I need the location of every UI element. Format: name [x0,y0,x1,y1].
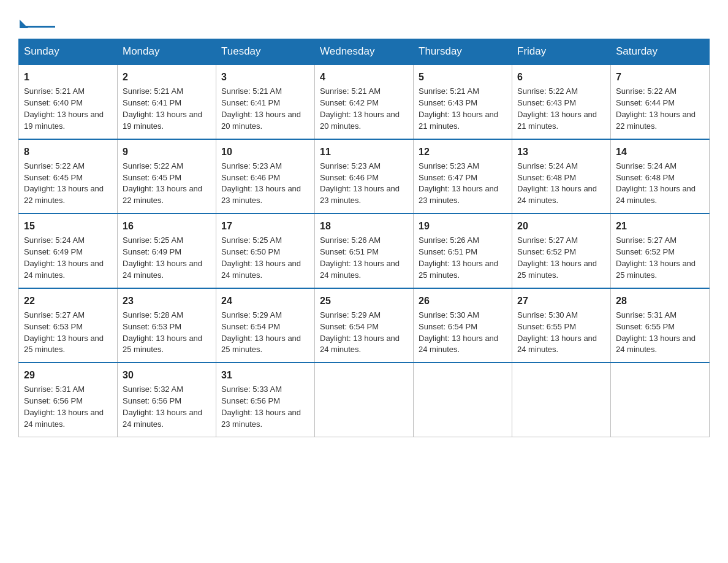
day-number: 17 [221,219,309,233]
day-info: Sunrise: 5:30 AMSunset: 6:55 PMDaylight:… [517,310,597,354]
calendar-cell [414,362,512,437]
day-number: 31 [221,368,309,382]
day-number: 27 [517,294,605,308]
day-number: 29 [24,368,112,382]
calendar-cell: 17 Sunrise: 5:25 AMSunset: 6:50 PMDaylig… [216,213,315,288]
day-number: 23 [123,294,211,308]
day-number: 6 [517,70,605,84]
day-info: Sunrise: 5:23 AMSunset: 6:46 PMDaylight:… [320,161,400,205]
day-number: 21 [616,219,704,233]
day-info: Sunrise: 5:26 AMSunset: 6:51 PMDaylight:… [320,236,400,280]
day-number: 25 [320,294,408,308]
day-number: 12 [419,145,507,159]
calendar-cell: 1 Sunrise: 5:21 AMSunset: 6:40 PMDayligh… [19,64,118,139]
day-number: 16 [123,219,211,233]
day-info: Sunrise: 5:22 AMSunset: 6:45 PMDaylight:… [24,161,104,205]
calendar-cell: 2 Sunrise: 5:21 AMSunset: 6:41 PMDayligh… [118,64,216,139]
day-info: Sunrise: 5:21 AMSunset: 6:41 PMDaylight:… [123,86,202,131]
calendar-cell: 18 Sunrise: 5:26 AMSunset: 6:51 PMDaylig… [315,213,414,288]
day-number: 3 [221,70,309,84]
calendar-cell: 8 Sunrise: 5:22 AMSunset: 6:45 PMDayligh… [19,139,118,214]
calendar-cell: 13 Sunrise: 5:24 AMSunset: 6:48 PMDaylig… [512,139,611,214]
day-info: Sunrise: 5:31 AMSunset: 6:55 PMDaylight:… [616,310,696,354]
calendar-cell: 12 Sunrise: 5:23 AMSunset: 6:47 PMDaylig… [414,139,512,214]
calendar-cell: 26 Sunrise: 5:30 AMSunset: 6:54 PMDaylig… [414,288,512,363]
day-number: 18 [320,219,408,233]
day-number: 15 [24,219,112,233]
day-number: 2 [123,70,211,84]
day-info: Sunrise: 5:23 AMSunset: 6:46 PMDaylight:… [221,161,301,205]
week-row-5: 29 Sunrise: 5:31 AMSunset: 6:56 PMDaylig… [19,362,710,437]
calendar-cell: 6 Sunrise: 5:22 AMSunset: 6:43 PMDayligh… [512,64,611,139]
day-number: 7 [616,70,704,84]
day-info: Sunrise: 5:26 AMSunset: 6:51 PMDaylight:… [419,236,498,280]
weekday-header-tuesday: Tuesday [216,39,315,65]
calendar-cell: 16 Sunrise: 5:25 AMSunset: 6:49 PMDaylig… [118,213,216,288]
weekday-header-sunday: Sunday [19,39,118,65]
calendar-cell: 11 Sunrise: 5:23 AMSunset: 6:46 PMDaylig… [315,139,414,214]
day-info: Sunrise: 5:21 AMSunset: 6:43 PMDaylight:… [419,86,498,131]
weekday-header-row: SundayMondayTuesdayWednesdayThursdayFrid… [19,39,710,65]
day-info: Sunrise: 5:21 AMSunset: 6:42 PMDaylight:… [320,86,400,131]
calendar-cell: 19 Sunrise: 5:26 AMSunset: 6:51 PMDaylig… [414,213,512,288]
day-info: Sunrise: 5:29 AMSunset: 6:54 PMDaylight:… [320,310,400,354]
weekday-header-monday: Monday [118,39,216,65]
day-info: Sunrise: 5:22 AMSunset: 6:44 PMDaylight:… [616,86,696,131]
day-info: Sunrise: 5:27 AMSunset: 6:52 PMDaylight:… [517,236,597,280]
day-number: 28 [616,294,704,308]
day-info: Sunrise: 5:30 AMSunset: 6:54 PMDaylight:… [419,310,498,354]
week-row-1: 1 Sunrise: 5:21 AMSunset: 6:40 PMDayligh… [19,64,710,139]
day-number: 5 [419,70,507,84]
calendar-cell: 5 Sunrise: 5:21 AMSunset: 6:43 PMDayligh… [414,64,512,139]
calendar-cell: 25 Sunrise: 5:29 AMSunset: 6:54 PMDaylig… [315,288,414,363]
day-info: Sunrise: 5:25 AMSunset: 6:49 PMDaylight:… [123,236,202,280]
day-number: 10 [221,145,309,159]
day-number: 24 [221,294,309,308]
day-info: Sunrise: 5:21 AMSunset: 6:41 PMDaylight:… [221,86,301,131]
day-number: 19 [419,219,507,233]
day-info: Sunrise: 5:24 AMSunset: 6:48 PMDaylight:… [517,161,597,205]
day-info: Sunrise: 5:23 AMSunset: 6:47 PMDaylight:… [419,161,498,205]
calendar-cell: 27 Sunrise: 5:30 AMSunset: 6:55 PMDaylig… [512,288,611,363]
day-info: Sunrise: 5:27 AMSunset: 6:53 PMDaylight:… [24,310,104,354]
day-number: 20 [517,219,605,233]
calendar-cell: 14 Sunrise: 5:24 AMSunset: 6:48 PMDaylig… [611,139,710,214]
day-number: 22 [24,294,112,308]
week-row-2: 8 Sunrise: 5:22 AMSunset: 6:45 PMDayligh… [19,139,710,214]
day-number: 11 [320,145,408,159]
day-info: Sunrise: 5:24 AMSunset: 6:48 PMDaylight:… [616,161,696,205]
page-header [18,12,710,28]
day-info: Sunrise: 5:27 AMSunset: 6:52 PMDaylight:… [616,236,696,280]
calendar-cell: 7 Sunrise: 5:22 AMSunset: 6:44 PMDayligh… [611,64,710,139]
day-info: Sunrise: 5:22 AMSunset: 6:45 PMDaylight:… [123,161,202,205]
logo [18,17,59,28]
weekday-header-friday: Friday [512,39,611,65]
day-info: Sunrise: 5:29 AMSunset: 6:54 PMDaylight:… [221,310,301,354]
calendar-cell: 31 Sunrise: 5:33 AMSunset: 6:56 PMDaylig… [216,362,315,437]
calendar-cell [512,362,611,437]
week-row-3: 15 Sunrise: 5:24 AMSunset: 6:49 PMDaylig… [19,213,710,288]
day-info: Sunrise: 5:31 AMSunset: 6:56 PMDaylight:… [24,385,104,429]
calendar-cell: 22 Sunrise: 5:27 AMSunset: 6:53 PMDaylig… [19,288,118,363]
day-number: 4 [320,70,408,84]
calendar-cell: 10 Sunrise: 5:23 AMSunset: 6:46 PMDaylig… [216,139,315,214]
day-info: Sunrise: 5:25 AMSunset: 6:50 PMDaylight:… [221,236,301,280]
calendar-cell: 3 Sunrise: 5:21 AMSunset: 6:41 PMDayligh… [216,64,315,139]
day-number: 1 [24,70,112,84]
day-number: 30 [123,368,211,382]
day-info: Sunrise: 5:21 AMSunset: 6:40 PMDaylight:… [24,86,104,131]
day-number: 8 [24,145,112,159]
calendar-cell: 29 Sunrise: 5:31 AMSunset: 6:56 PMDaylig… [19,362,118,437]
day-info: Sunrise: 5:22 AMSunset: 6:43 PMDaylight:… [517,86,597,131]
weekday-header-saturday: Saturday [611,39,710,65]
day-number: 26 [419,294,507,308]
calendar-cell: 15 Sunrise: 5:24 AMSunset: 6:49 PMDaylig… [19,213,118,288]
calendar-cell: 21 Sunrise: 5:27 AMSunset: 6:52 PMDaylig… [611,213,710,288]
calendar-cell: 23 Sunrise: 5:28 AMSunset: 6:53 PMDaylig… [118,288,216,363]
calendar-cell: 28 Sunrise: 5:31 AMSunset: 6:55 PMDaylig… [611,288,710,363]
day-info: Sunrise: 5:32 AMSunset: 6:56 PMDaylight:… [123,385,202,429]
calendar-cell: 24 Sunrise: 5:29 AMSunset: 6:54 PMDaylig… [216,288,315,363]
weekday-header-wednesday: Wednesday [315,39,414,65]
day-number: 13 [517,145,605,159]
calendar-cell [315,362,414,437]
